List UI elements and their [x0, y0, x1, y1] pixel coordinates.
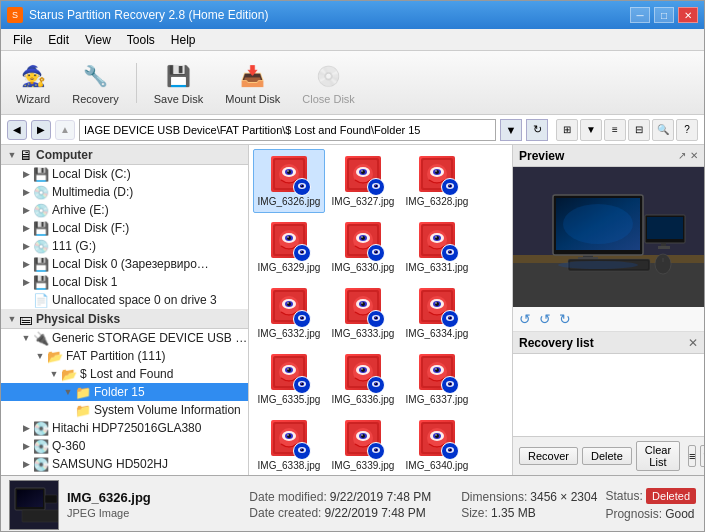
fat-icon: 📂 — [47, 349, 63, 364]
local-c-toggle[interactable]: ▶ — [19, 169, 33, 179]
tree-usb-device[interactable]: ▼ 🔌 Generic STORAGE DEVICE USB Device — [1, 329, 248, 347]
recovery-list-close-button[interactable]: ✕ — [688, 336, 698, 350]
delete-button[interactable]: Delete — [582, 447, 632, 465]
view-icon-3[interactable]: ⊟ — [628, 119, 650, 141]
file-item[interactable]: IMG_6335.jpg — [253, 347, 325, 411]
file-icon — [417, 154, 457, 194]
menu-file[interactable]: File — [5, 31, 40, 49]
file-item[interactable]: IMG_6328.jpg — [401, 149, 473, 213]
fat-label: FAT Partition (111) — [66, 349, 166, 363]
file-item[interactable]: IMG_6340.jpg — [401, 413, 473, 475]
tree-arhive-e[interactable]: ▶ 💿 Arhive (E:) — [1, 201, 248, 219]
lost-toggle[interactable]: ▼ — [47, 369, 61, 379]
file-item[interactable]: IMG_6330.jpg — [327, 215, 399, 279]
menu-edit[interactable]: Edit — [40, 31, 77, 49]
tree-computer-header[interactable]: ▼ 🖥 Computer — [1, 145, 248, 165]
file-item[interactable]: IMG_6334.jpg — [401, 281, 473, 345]
hitachi-toggle[interactable]: ▶ — [19, 423, 33, 433]
tree-multimedia-d[interactable]: ▶ 💿 Multimedia (D:) — [1, 183, 248, 201]
menu-view[interactable]: View — [77, 31, 119, 49]
address-refresh-button[interactable]: ↻ — [526, 119, 548, 141]
tree-samsung[interactable]: ▶ 💽 SAMSUNG HD502HJ — [1, 455, 248, 473]
close-disk-label: Close Disk — [302, 93, 355, 105]
file-item[interactable]: IMG_6336.jpg — [327, 347, 399, 411]
recovery-button[interactable]: 🔧 Recovery — [63, 56, 127, 110]
refresh-btn-1[interactable]: ↺ — [519, 311, 531, 327]
tree-local-disk-1[interactable]: ▶ 💾 Local Disk 1 — [1, 273, 248, 291]
svg-point-155 — [301, 449, 302, 450]
title-bar: S Starus Partition Recovery 2.8 (Home Ed… — [1, 1, 704, 29]
nav-back-button[interactable]: ◀ — [7, 120, 27, 140]
file-item[interactable]: IMG_6338.jpg — [253, 413, 325, 475]
clear-list-button[interactable]: Clear List — [636, 441, 680, 471]
usb-toggle[interactable]: ▼ — [19, 333, 33, 343]
tree-unallocated[interactable]: ▶ 📄 Unallocated space 0 on drive 3 — [1, 291, 248, 309]
folder15-label: Folder 15 — [94, 385, 145, 399]
preview-detach-button[interactable]: ↗ — [678, 150, 686, 161]
close-disk-icon: 💿 — [313, 61, 345, 91]
file-item[interactable]: IMG_6333.jpg — [327, 281, 399, 345]
search-icon[interactable]: 🔍 — [652, 119, 674, 141]
tree-lost-found[interactable]: ▼ 📂 $ Lost and Found — [1, 365, 248, 383]
file-item[interactable]: IMG_6326.jpg — [253, 149, 325, 213]
nav-forward-button[interactable]: ▶ — [31, 120, 51, 140]
refresh-btn-2[interactable]: ↺ — [539, 311, 551, 327]
tree-q360[interactable]: ▶ 💽 Q-360 — [1, 437, 248, 455]
status-size-col: Dimensions: 3456 × 2304 Size: 1.35 MB — [461, 490, 597, 520]
svg-point-150 — [287, 434, 289, 436]
maximize-button[interactable]: □ — [654, 7, 674, 23]
file-item[interactable]: IMG_6329.jpg — [253, 215, 325, 279]
list-expand-button[interactable]: ▼ — [700, 445, 705, 467]
samsung-toggle[interactable]: ▶ — [19, 459, 33, 469]
tree-local-c[interactable]: ▶ 💾 Local Disk (C:) — [1, 165, 248, 183]
tree-111-g[interactable]: ▶ 💿 111 (G:) — [1, 237, 248, 255]
help-icon[interactable]: ? — [676, 119, 698, 141]
arhive-toggle[interactable]: ▶ — [19, 205, 33, 215]
view-icon-2[interactable]: ≡ — [604, 119, 626, 141]
save-disk-button[interactable]: 💾 Save Disk — [145, 56, 213, 110]
recover-button[interactable]: Recover — [519, 447, 578, 465]
filter-icon[interactable]: ▼ — [580, 119, 602, 141]
tree-local-disk-0[interactable]: ▶ 💾 Local Disk 0 (Зарезервировано сист… — [1, 255, 248, 273]
tree-sysvolinfo[interactable]: ▶ 📁 System Volume Information — [1, 401, 248, 419]
111-toggle[interactable]: ▶ — [19, 241, 33, 251]
nav-up-button[interactable]: ▲ — [55, 120, 75, 140]
wizard-button[interactable]: 🧙 Wizard — [7, 56, 59, 110]
svg-point-66 — [435, 236, 437, 238]
view-icon-1[interactable]: ⊞ — [556, 119, 578, 141]
menu-help[interactable]: Help — [163, 31, 204, 49]
tree-folder15[interactable]: ▼ 📁 Folder 15 — [1, 383, 248, 401]
address-input[interactable] — [79, 119, 496, 141]
svg-point-179 — [449, 449, 450, 450]
mount-disk-button[interactable]: 📥 Mount Disk — [216, 56, 289, 110]
tree-local-f[interactable]: ▶ 💾 Local Disk (F:) — [1, 219, 248, 237]
local-1-toggle[interactable]: ▶ — [19, 277, 33, 287]
file-item[interactable]: IMG_6331.jpg — [401, 215, 473, 279]
local-f-toggle[interactable]: ▶ — [19, 223, 33, 233]
folder15-toggle[interactable]: ▼ — [61, 387, 75, 397]
multimedia-toggle[interactable]: ▶ — [19, 187, 33, 197]
preview-close-button[interactable]: ✕ — [690, 150, 698, 161]
svg-point-59 — [375, 251, 376, 252]
fat-toggle[interactable]: ▼ — [33, 351, 47, 361]
svg-point-11 — [301, 185, 302, 186]
close-disk-button[interactable]: 💿 Close Disk — [293, 56, 364, 110]
tree-fat-partition[interactable]: ▼ 📂 FAT Partition (111) — [1, 347, 248, 365]
close-button[interactable]: ✕ — [678, 7, 698, 23]
file-item[interactable]: IMG_6339.jpg — [327, 413, 399, 475]
file-item[interactable]: IMG_6332.jpg — [253, 281, 325, 345]
sysvolinfo-icon: 📁 — [75, 403, 91, 418]
list-icon-button[interactable]: ≡ — [688, 445, 696, 467]
tree-hitachi[interactable]: ▶ 💽 Hitachi HDP725016GLA380 — [1, 419, 248, 437]
file-item[interactable]: IMG_6327.jpg — [327, 149, 399, 213]
address-dropdown-button[interactable]: ▼ — [500, 119, 522, 141]
computer-toggle[interactable]: ▼ — [5, 150, 19, 160]
refresh-btn-3[interactable]: ↻ — [559, 311, 571, 327]
local-0-toggle[interactable]: ▶ — [19, 259, 33, 269]
minimize-button[interactable]: ─ — [630, 7, 650, 23]
tree-physical-disks-header[interactable]: ▼ 🖴 Physical Disks — [1, 309, 248, 329]
file-item[interactable]: IMG_6337.jpg — [401, 347, 473, 411]
physical-toggle[interactable]: ▼ — [5, 314, 19, 324]
menu-tools[interactable]: Tools — [119, 31, 163, 49]
q360-toggle[interactable]: ▶ — [19, 441, 33, 451]
